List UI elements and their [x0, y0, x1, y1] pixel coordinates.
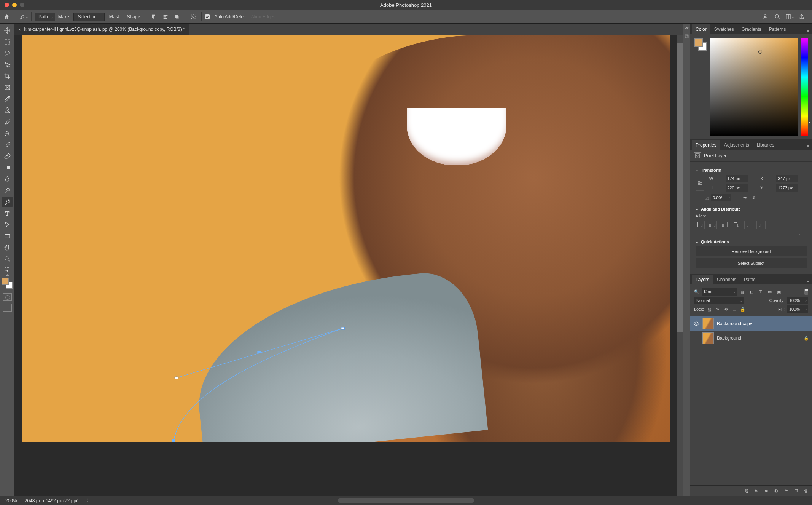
hand-tool[interactable]	[2, 242, 13, 253]
layer-name[interactable]: Background copy	[717, 321, 809, 326]
tool-preset-picker[interactable]: ⌵	[19, 12, 28, 21]
color-panel-swatches[interactable]	[694, 38, 707, 51]
layer-thumbnail[interactable]	[702, 332, 714, 344]
height-input[interactable]: 220 px	[726, 184, 748, 192]
tab-adjustments[interactable]: Adjustments	[720, 140, 753, 150]
width-input[interactable]: 174 px	[726, 175, 748, 182]
close-document-icon[interactable]: ×	[18, 27, 21, 32]
crop-tool[interactable]	[2, 71, 13, 82]
workspace-switcher-icon[interactable]: ⌵	[785, 13, 794, 21]
remove-background-button[interactable]: Remove Background	[696, 246, 807, 256]
expand-dock-icon[interactable]: ≪	[685, 26, 689, 30]
align-top-icon[interactable]: ▔▯	[732, 221, 741, 229]
home-button[interactable]	[2, 12, 11, 21]
opacity-input[interactable]: 100%	[787, 297, 808, 304]
lock-all-icon[interactable]: 🔒	[740, 306, 746, 312]
canvas[interactable]	[22, 35, 670, 442]
frame-tool[interactable]	[2, 82, 13, 93]
flip-vertical-icon[interactable]: ⇵	[750, 194, 757, 201]
lasso-tool[interactable]	[2, 48, 13, 59]
type-tool[interactable]	[2, 208, 13, 219]
vertical-scrollbar[interactable]	[677, 35, 683, 496]
make-mask-button[interactable]: Mask	[107, 12, 123, 21]
filter-icon[interactable]: 🔍	[694, 289, 699, 294]
layer-thumbnail[interactable]	[702, 318, 714, 329]
foreground-background-colors[interactable]	[2, 278, 13, 289]
quick-selection-tool[interactable]	[2, 59, 13, 70]
y-input[interactable]: 1273 px	[776, 184, 798, 192]
make-selection-button[interactable]: Selection...	[73, 13, 104, 21]
swap-colors-icon[interactable]	[2, 270, 13, 276]
path-alignment-button[interactable]	[161, 12, 170, 21]
align-bottom-icon[interactable]: ▯▁	[756, 221, 766, 229]
canvas-viewport[interactable]	[14, 35, 683, 496]
tab-libraries[interactable]: Libraries	[753, 140, 778, 150]
document-tab[interactable]: × kim-carpenter-IHIgnhLvz5Q-unsplash.jpg…	[14, 24, 189, 35]
dodge-tool[interactable]	[2, 185, 13, 196]
tab-swatches[interactable]: Swatches	[710, 24, 738, 34]
tab-patterns[interactable]: Patterns	[765, 24, 790, 34]
panel-menu-icon[interactable]: ≡	[804, 277, 812, 284]
minimize-window-button[interactable]	[12, 3, 17, 7]
path-selection-tool[interactable]	[2, 219, 13, 230]
lock-pixels-icon[interactable]: ✎	[715, 306, 721, 312]
filter-toggle-icon[interactable]	[804, 289, 808, 295]
eraser-tool[interactable]	[2, 151, 13, 161]
pen-mode-dropdown[interactable]: Path	[35, 13, 55, 21]
screen-mode-button[interactable]	[3, 304, 12, 312]
tab-properties[interactable]: Properties	[692, 140, 720, 150]
layer-name[interactable]: Background	[717, 336, 801, 341]
adjustment-layer-icon[interactable]: ◐	[773, 488, 779, 494]
make-shape-button[interactable]: Shape	[124, 12, 142, 21]
flip-horizontal-icon[interactable]: ⇋	[741, 194, 748, 201]
auto-add-delete-checkbox[interactable]	[205, 14, 210, 19]
quick-mask-toggle[interactable]	[3, 293, 12, 301]
healing-brush-tool[interactable]	[2, 105, 13, 116]
align-vcenter-icon[interactable]: ▯─	[744, 221, 753, 229]
path-operations-button[interactable]	[150, 12, 159, 21]
filter-type-icon[interactable]: T	[757, 288, 764, 295]
select-subject-button[interactable]: Select Subject	[696, 258, 807, 268]
pen-tool[interactable]	[2, 197, 13, 207]
close-window-button[interactable]	[5, 3, 9, 7]
gradient-tool[interactable]	[2, 162, 13, 173]
color-fg-swatch[interactable]	[694, 38, 703, 47]
blur-tool[interactable]	[2, 174, 13, 184]
foreground-color-swatch[interactable]	[2, 278, 9, 285]
color-field-marker[interactable]	[758, 50, 762, 54]
share-icon[interactable]	[798, 13, 806, 21]
document-info-flyout-icon[interactable]: 〉	[86, 497, 91, 504]
cloud-documents-icon[interactable]	[761, 13, 769, 21]
tab-channels[interactable]: Channels	[713, 275, 740, 284]
x-input[interactable]: 347 px	[776, 175, 798, 182]
panel-icon[interactable]	[685, 34, 689, 39]
rectangle-tool[interactable]	[2, 231, 13, 241]
tab-layers[interactable]: Layers	[692, 275, 713, 284]
color-field[interactable]	[710, 38, 798, 136]
filter-shape-icon[interactable]: ▭	[766, 288, 773, 295]
eyedropper-tool[interactable]	[2, 94, 13, 104]
marquee-tool[interactable]	[2, 37, 13, 47]
zoom-level[interactable]: 200%	[5, 498, 17, 503]
path-arrangement-button[interactable]	[172, 12, 182, 21]
align-right-icon[interactable]: ▯▕	[720, 221, 729, 229]
filter-adjust-icon[interactable]: ◐	[748, 288, 755, 295]
quick-actions-header[interactable]: ⌄Quick Actions	[696, 240, 807, 244]
tab-gradients[interactable]: Gradients	[738, 24, 765, 34]
more-options-icon[interactable]: ···	[696, 231, 807, 237]
history-brush-tool[interactable]	[2, 139, 13, 150]
tab-color[interactable]: Color	[692, 24, 710, 34]
edit-toolbar-button[interactable]	[2, 266, 12, 269]
document-info[interactable]: 2048 px x 1492 px (72 ppi)	[25, 498, 79, 503]
lock-artboard-icon[interactable]: ▭	[731, 306, 737, 312]
layer-row[interactable]: Background 🔒	[690, 331, 812, 345]
search-icon[interactable]	[773, 13, 782, 21]
vertical-scrollbar-thumb[interactable]	[677, 43, 683, 332]
clone-stamp-tool[interactable]	[2, 128, 13, 139]
brush-tool[interactable]	[2, 117, 13, 127]
filter-pixel-icon[interactable]: ▦	[739, 288, 746, 295]
layer-locked-icon[interactable]: 🔒	[804, 336, 809, 341]
blend-mode-dropdown[interactable]: Normal	[694, 297, 744, 304]
panel-menu-icon[interactable]: ≡	[804, 27, 812, 34]
align-left-icon[interactable]: ▏▯	[696, 221, 705, 229]
